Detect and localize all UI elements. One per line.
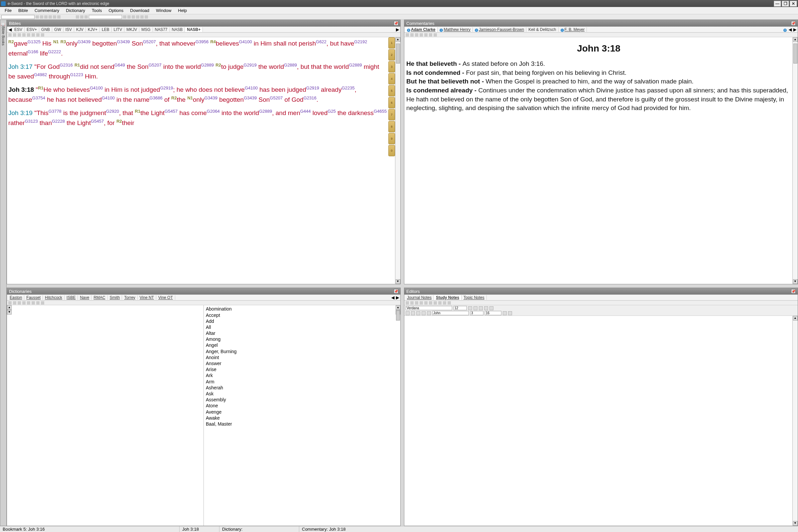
mini-icon[interactable] (8, 33, 12, 37)
toolbar-icon[interactable] (53, 15, 56, 19)
strongs-number[interactable]: G25 (327, 109, 336, 114)
horizontal-splitter-left[interactable] (7, 284, 401, 288)
strongs-number[interactable]: G3778 (49, 109, 61, 114)
footnote-marker[interactable]: R1 (75, 62, 80, 68)
nav-next-icon[interactable] (44, 15, 48, 19)
mini-icon[interactable] (443, 301, 446, 305)
mini-icon[interactable] (13, 301, 16, 305)
bible-tab-leb[interactable]: LEB (100, 27, 112, 32)
bible-tab-kjvplus[interactable]: KJV+ (86, 27, 100, 32)
bible-tab-nas77[interactable]: NAS77 (153, 27, 170, 32)
mini-icon[interactable] (420, 301, 423, 305)
bookmark-scroll-0[interactable]: 0 (388, 145, 395, 156)
verse-combo[interactable]: 16 (485, 311, 501, 315)
pin-icon[interactable]: 📌 (791, 21, 796, 25)
strongs-number[interactable]: G2889 (349, 62, 362, 68)
nav-first-icon[interactable] (36, 15, 39, 19)
footnote-marker[interactable]: R3 (60, 39, 66, 44)
dictionary-entry[interactable]: Asherah (205, 385, 400, 391)
mini-icon[interactable] (448, 301, 451, 305)
dictionary-entry[interactable]: Assembly (205, 397, 400, 403)
mini-icon[interactable] (406, 301, 409, 305)
strongs-number[interactable]: G622 (316, 39, 326, 44)
scroll-up-icon[interactable]: ▲ (793, 316, 798, 321)
bible-tab-esv[interactable]: ESV (12, 27, 25, 32)
vertical-splitter[interactable] (401, 20, 404, 526)
layout-icon[interactable] (136, 15, 139, 19)
strongs-number[interactable]: G5207 (149, 62, 162, 68)
strongs-number[interactable]: G2228 (52, 119, 65, 124)
commentary-tab[interactable]: iAdam Clarke (405, 27, 438, 32)
layout-icon[interactable] (127, 15, 131, 19)
menu-options[interactable]: Options (105, 7, 127, 14)
dictionary-tab[interactable]: Vine OT (156, 295, 175, 300)
dictionary-entry[interactable]: Accept (205, 312, 400, 318)
mini-icon[interactable] (410, 33, 414, 37)
strongs-number[interactable]: G1325 (27, 39, 41, 44)
mini-icon[interactable] (420, 33, 423, 37)
footnote-marker[interactable]: R2 (171, 95, 177, 100)
menu-window[interactable]: Window (153, 7, 174, 14)
mini-icon[interactable] (410, 301, 414, 305)
strongs-number[interactable]: G2919 (160, 86, 173, 91)
scroll-up-icon[interactable]: ▲ (793, 37, 798, 42)
dictionary-tab[interactable]: Torrey (122, 295, 137, 300)
dictionary-tab[interactable]: Hitchcock (43, 295, 64, 300)
mini-icon[interactable] (18, 33, 21, 37)
strongs-number[interactable]: G5207 (270, 95, 283, 100)
scroll-down-icon[interactable]: ▼ (7, 310, 12, 315)
scroll-up-icon[interactable]: ▲ (396, 37, 400, 42)
dictionary-entry[interactable]: Awake (205, 415, 400, 421)
bible-tab-gw[interactable]: GW (52, 27, 63, 32)
mini-icon[interactable] (41, 301, 44, 305)
mini-icon[interactable] (406, 33, 409, 37)
dictionary-entry[interactable]: Ask (205, 391, 400, 397)
toolbar-combo-2[interactable] (89, 15, 122, 19)
menu-bible[interactable]: Bible (15, 7, 31, 14)
tab-scroll-right[interactable]: ▶ (792, 27, 797, 32)
bible-scrollbar[interactable]: ▲ ▼ (395, 37, 400, 284)
mini-icon[interactable] (8, 301, 12, 305)
bible-books-sidebar-tab[interactable]: 📖 Bible Books (0, 20, 7, 526)
dictionary-tab[interactable]: Nave (78, 295, 92, 300)
bible-tab-nasb[interactable]: NASB (170, 27, 185, 32)
mini-icon[interactable] (415, 301, 418, 305)
dictionary-tab[interactable]: RMAC (92, 295, 108, 300)
strongs-number[interactable]: G2919 (244, 62, 257, 68)
commentary-tab[interactable]: iMatthew Henry (438, 27, 473, 32)
list-button[interactable] (422, 311, 425, 315)
footnote-marker[interactable]: N1 (53, 39, 59, 44)
dictionary-entry[interactable]: Arm (205, 379, 400, 385)
bookmark-scroll-4[interactable]: 4 (388, 73, 395, 84)
strongs-number[interactable]: G4655 (374, 109, 387, 114)
dictionary-entry[interactable]: Anoint (205, 355, 400, 360)
toolbar-combo-1[interactable] (1, 15, 35, 19)
editor-tab[interactable]: Study Notes (434, 295, 461, 300)
pin-icon[interactable]: 📌 (791, 289, 796, 293)
dictionary-tab[interactable]: Vine NT (138, 295, 156, 300)
strongs-number[interactable]: G5457 (91, 119, 104, 124)
strongs-number[interactable]: G5207 (143, 39, 156, 44)
strongs-number[interactable]: G3439 (77, 39, 91, 44)
close-button[interactable]: ✕ (790, 1, 797, 7)
minimize-button[interactable]: — (774, 1, 781, 7)
strongs-number[interactable]: G3686 (150, 95, 163, 100)
strongs-number[interactable]: G2889 (201, 62, 214, 68)
mini-icon[interactable] (32, 33, 35, 37)
toolbar-icon[interactable] (80, 15, 83, 19)
mini-icon[interactable] (429, 301, 432, 305)
strongs-number[interactable]: G4100 (239, 39, 252, 44)
tab-scroll-right[interactable]: ▶ (395, 27, 400, 32)
footnote-marker[interactable]: R1 (38, 86, 43, 91)
footnote-marker[interactable]: R4 (210, 39, 216, 44)
dict-list-scrollbar[interactable]: ▲ ▼ (396, 305, 400, 526)
menu-file[interactable]: File (1, 7, 15, 14)
dictionary-entry-list[interactable]: AbominationAcceptAddAllAltarAmongAngelAn… (204, 305, 400, 526)
strongs-number[interactable]: G1223 (70, 72, 83, 77)
bold-button[interactable] (468, 306, 472, 310)
strongs-number[interactable]: G2192 (354, 39, 367, 44)
strongs-number[interactable]: G3439 (244, 95, 257, 100)
mini-icon[interactable] (415, 33, 418, 37)
strongs-number[interactable]: G2889 (259, 109, 272, 114)
menu-download[interactable]: Download (127, 7, 153, 14)
